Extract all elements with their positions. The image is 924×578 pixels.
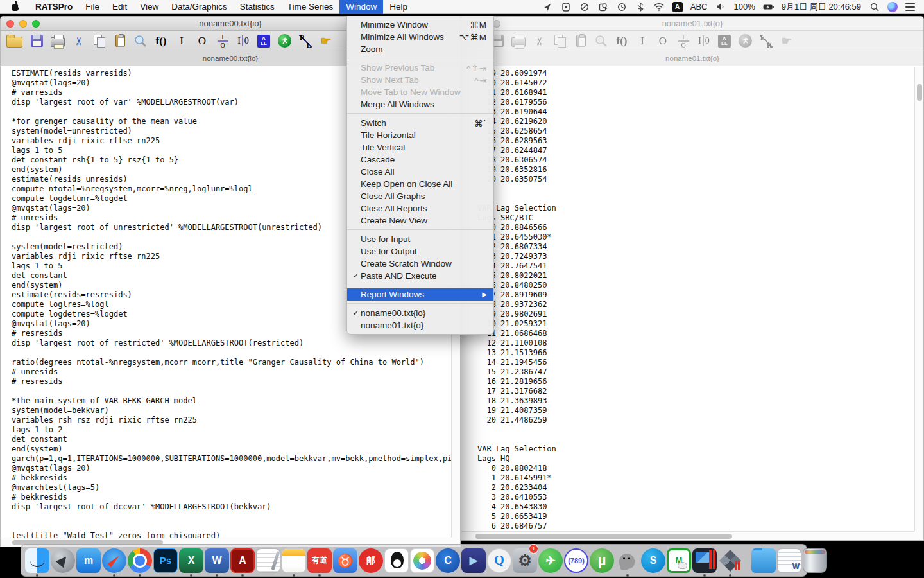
- menu-edit[interactable]: Edit: [106, 0, 133, 14]
- dock-item-sevenbc[interactable]: (789): [564, 545, 588, 576]
- print-button[interactable]: [511, 33, 526, 49]
- menu-item-cascade[interactable]: Cascade: [347, 153, 493, 166]
- menu-item-minimize-window[interactable]: Minimize Window⌘M: [347, 19, 493, 31]
- dock-item-qq[interactable]: [384, 545, 409, 576]
- run-button[interactable]: [278, 33, 291, 49]
- menu-item-tile-horizontal[interactable]: Tile Horizontal: [347, 129, 493, 141]
- location-icon[interactable]: [542, 1, 553, 12]
- dock-item-utorrent[interactable]: µ: [590, 545, 614, 576]
- tab-noname01[interactable]: noname01.txt{o}: [665, 55, 719, 62]
- io-split-button[interactable]: IO: [677, 33, 690, 49]
- dock-item-bull[interactable]: ♉: [333, 545, 357, 576]
- menu-item-merge-all-windows[interactable]: Merge All Windows: [347, 98, 493, 110]
- search-button[interactable]: [134, 33, 147, 49]
- clock-label[interactable]: 9月1日 周日 20:46:59: [782, 1, 861, 13]
- io-side-button[interactable]: I0: [237, 33, 250, 49]
- dock-item-textedit[interactable]: [256, 545, 280, 576]
- bluetooth-icon[interactable]: [635, 1, 646, 12]
- dock-item-notes[interactable]: [282, 545, 306, 576]
- menu-item-paste-and-execute[interactable]: ✓Paste AND Execute: [347, 270, 493, 282]
- menu-data-graphics[interactable]: Data/Graphics: [165, 0, 233, 14]
- paste-button[interactable]: [114, 33, 126, 49]
- menu-item-report-windows[interactable]: Report Windows▶: [347, 288, 493, 301]
- dock-item-parallels2[interactable]: [718, 545, 742, 576]
- dock-item-photos[interactable]: [410, 545, 434, 576]
- close-button[interactable]: [6, 20, 14, 28]
- dock-item-quicktime[interactable]: Q: [487, 545, 511, 576]
- dock-item-worddoc[interactable]: W: [777, 545, 801, 576]
- print-button[interactable]: [51, 33, 65, 49]
- dock-item-finder[interactable]: [25, 545, 49, 576]
- dock-item-youdao[interactable]: 有道: [307, 545, 332, 576]
- input-window-button[interactable]: I: [636, 33, 649, 49]
- run-button[interactable]: [739, 33, 752, 49]
- dock-item-acrobat[interactable]: A: [230, 545, 255, 576]
- menu-item-close-all-graphs[interactable]: Close All Graphs: [347, 190, 493, 202]
- dock-item-player[interactable]: ▶: [461, 545, 486, 576]
- lock-icon[interactable]: [561, 1, 572, 12]
- menu-window[interactable]: Window: [339, 0, 383, 14]
- loupe-icon[interactable]: [598, 1, 609, 12]
- dock-item-rat[interactable]: [615, 545, 640, 576]
- tab-noname00[interactable]: noname00.txt{io}: [203, 55, 258, 62]
- cut-button[interactable]: ✂: [71, 35, 87, 48]
- select-all-button[interactable]: ALL: [257, 33, 270, 49]
- menu-item-noname01-txt-o-[interactable]: noname01.txt{o}: [347, 319, 493, 331]
- menu-help[interactable]: Help: [383, 0, 414, 14]
- menu-view[interactable]: View: [133, 0, 165, 14]
- menu-item-use-for-input[interactable]: Use for Input: [347, 233, 493, 245]
- execute-button[interactable]: ☛: [780, 33, 793, 49]
- siri-icon[interactable]: [887, 2, 898, 12]
- dock-item-skype[interactable]: S: [641, 545, 665, 576]
- menu-time-series[interactable]: Time Series: [281, 0, 340, 14]
- time-machine-icon[interactable]: [617, 1, 628, 12]
- io-side-button[interactable]: I0: [697, 33, 710, 49]
- search-button[interactable]: [595, 33, 608, 49]
- do-not-disturb-icon[interactable]: [579, 1, 590, 12]
- dock-item-word[interactable]: W: [205, 545, 229, 576]
- menu-item-close-all[interactable]: Close All: [347, 166, 493, 178]
- menu-statistics[interactable]: Statistics: [234, 0, 281, 14]
- dock-item-downloads[interactable]: [751, 545, 776, 576]
- dock-item-mouse[interactable]: M: [667, 545, 691, 576]
- menu-item-create-new-view[interactable]: Create New View: [347, 215, 493, 227]
- copy-button[interactable]: [93, 33, 106, 49]
- menu-item-keep-open-on-close-all[interactable]: Keep Open on Close All: [347, 178, 493, 190]
- menu-item-tile-vertical[interactable]: Tile Vertical: [347, 141, 493, 153]
- output-window-button[interactable]: O: [656, 33, 669, 49]
- io-split-button[interactable]: IO: [216, 33, 229, 49]
- open-file-button[interactable]: [6, 33, 22, 49]
- app-menu-ratspro[interactable]: RATSPro: [29, 0, 79, 14]
- menu-item-switch[interactable]: Switch⌘`: [347, 117, 493, 129]
- paste-button[interactable]: [574, 33, 587, 49]
- dock-item-safari[interactable]: [102, 545, 126, 576]
- input-window-button[interactable]: I: [175, 33, 188, 49]
- zoom-button[interactable]: [32, 20, 40, 28]
- ratio-button[interactable]: RL: [299, 33, 312, 49]
- input-source-icon[interactable]: A: [672, 2, 683, 12]
- output-window-button[interactable]: O: [196, 33, 209, 49]
- menu-item-close-all-reports[interactable]: Close All Reports: [347, 202, 493, 215]
- battery-icon[interactable]: [763, 1, 774, 12]
- function-wizard-button[interactable]: f(): [615, 33, 628, 49]
- dock-item-launchpad[interactable]: [51, 545, 75, 576]
- dock-item-caj[interactable]: C: [436, 545, 460, 576]
- execute-button[interactable]: ☛: [320, 33, 332, 49]
- dock-item-mail163[interactable]: 邮: [359, 545, 383, 576]
- menu-item-zoom[interactable]: Zoom: [347, 43, 493, 55]
- dock-item-chrome[interactable]: [128, 545, 152, 576]
- menu-item-create-scratch-window[interactable]: Create Scratch Window: [347, 258, 493, 270]
- scroll-thumb[interactable]: [475, 534, 732, 539]
- menu-item-noname00-txt-io-[interactable]: ✓noname00.txt{io}: [347, 307, 493, 319]
- apple-menu-icon[interactable]: [12, 3, 20, 11]
- cut-button[interactable]: ✂: [531, 35, 548, 48]
- select-all-button[interactable]: ALL: [718, 33, 731, 49]
- dock-item-photoshop[interactable]: Ps: [153, 545, 178, 576]
- right-vertical-scrollbar[interactable]: [914, 67, 923, 531]
- right-title-bar[interactable]: noname01.txt{o}: [461, 17, 923, 31]
- save-button[interactable]: [30, 33, 43, 49]
- volume-icon[interactable]: [715, 1, 726, 12]
- right-output[interactable]: 9 20.6091974 10 20.6145072 11 20.6168941…: [461, 67, 914, 531]
- dock-item-greenplane[interactable]: ✈: [538, 545, 563, 576]
- copy-button[interactable]: [554, 33, 567, 49]
